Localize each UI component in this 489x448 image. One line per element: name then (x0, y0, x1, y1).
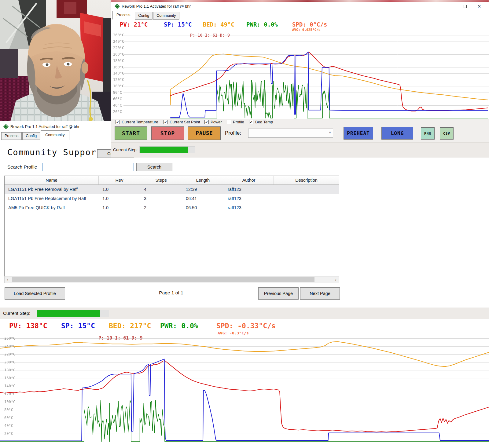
process-tab-bar: Process Config Community (112, 11, 180, 20)
cell-rev: 1.0 (99, 187, 140, 192)
checkbox-label: Current Set Point (170, 120, 200, 124)
cell-name: AM5 Pb Free QUICK by Raff (5, 205, 99, 210)
process-window: Rework Pro 1.1 Activated for raff @ bhr … (111, 2, 489, 158)
tab-process[interactable]: Process (1, 132, 22, 140)
csv-export-button[interactable]: CSV (440, 127, 454, 140)
minimize-button[interactable]: – (444, 2, 458, 11)
png-export-button[interactable]: PNG (421, 127, 435, 140)
table-horizontal-scrollbar[interactable]: ‹ › (4, 276, 339, 283)
window-title: Rework Pro 1.1 Activated for raff @ bhr (10, 124, 79, 129)
scroll-right-icon[interactable]: › (333, 276, 339, 282)
col-rev[interactable]: Rev (99, 176, 140, 184)
cell-author: raff123 (224, 205, 274, 210)
pause-button[interactable]: PAUSE (188, 126, 221, 140)
cell-length: 06:41 (182, 196, 224, 201)
checkmark-icon: ✓ (249, 120, 253, 124)
checkbox-power[interactable]: ✓ Power (204, 120, 222, 124)
cell-steps: 4 (140, 187, 182, 192)
stop-button[interactable]: STOP (151, 126, 184, 140)
cell-rev: 1.0 (99, 196, 140, 201)
bottom-panel: Current Step: PV: 138°C SP: 15°C BED: 21… (0, 308, 489, 448)
cell-length: 06:50 (182, 205, 224, 210)
profile-combobox[interactable]: ˅ (248, 129, 333, 138)
table-row[interactable]: LGA1151 Pb Free Replacement by Raff 1.0 … (5, 194, 339, 203)
checkbox-current-temperature[interactable]: ✓ Current Temperature (116, 120, 158, 124)
search-button[interactable]: Search (136, 163, 172, 171)
checkbox-current-set-point[interactable]: ✓ Current Set Point (164, 120, 200, 124)
profile-label: Profile: (225, 130, 241, 136)
series-checkbox-row: ✓ Current Temperature ✓ Current Set Poin… (111, 119, 489, 125)
page-indicator: Page 1 of 1 (141, 290, 202, 296)
checkbox-label: Power (211, 120, 222, 124)
tab-community[interactable]: Community (153, 12, 179, 20)
col-author[interactable]: Author (224, 176, 274, 184)
tab-config[interactable]: Config (135, 12, 153, 20)
bottom-chart-area: PV: 138°C SP: 15°C BED: 217°C PWR: 0.0% … (0, 319, 489, 448)
maximize-icon (464, 5, 467, 8)
progress-fill (140, 147, 188, 153)
previous-page-button[interactable]: Previous Page (258, 287, 299, 300)
tab-community[interactable]: Community (41, 130, 69, 140)
cell-author: raff123 (224, 196, 274, 201)
window-title: Rework Pro 1.1 Activated for raff @ bhr (122, 4, 191, 9)
checkmark-icon: ✓ (116, 120, 120, 124)
start-button[interactable]: START (115, 126, 147, 140)
process-chart-bottom (0, 335, 489, 448)
webcam-video (0, 0, 111, 121)
search-profile-label: Search Profile (7, 164, 37, 170)
readout-row: PV: 21°C SP: 15°C BED: 49°C PWR: 0.0% SP… (111, 19, 489, 31)
load-selected-profile-button[interactable]: Load Selected Profile (5, 287, 65, 300)
close-button[interactable]: ✕ (472, 2, 486, 11)
app-logo-icon (3, 124, 9, 129)
profile-table-header: Name Rev Steps Length Author Description (5, 176, 339, 185)
scroll-left-icon[interactable]: ‹ (5, 276, 11, 282)
col-length[interactable]: Length (182, 176, 224, 184)
col-description[interactable]: Description (274, 176, 339, 184)
cell-name: LGA1151 Pb Free Replacement by Raff (5, 196, 99, 201)
process-chart-top (111, 31, 489, 119)
checkbox-label: Bed Temp (255, 120, 273, 124)
pwr-readout: PWR: 0.0% (160, 322, 198, 330)
webcam-scene (0, 0, 111, 121)
process-titlebar[interactable]: Rework Pro 1.1 Activated for raff @ bhr … (111, 2, 489, 11)
checkbox-bed-temp[interactable]: ✓ Bed Temp (249, 120, 273, 124)
col-name[interactable]: Name (5, 176, 99, 184)
pv-readout: PV: 21°C (120, 21, 148, 28)
scrollbar-thumb[interactable] (12, 277, 314, 282)
process-chart-bottom-wrap: P: 10 I: 61 D: 9 (0, 335, 489, 448)
current-step-progressbar (139, 146, 195, 153)
table-row[interactable]: LGA1151 Pb Free Removal by Raff 1.0 4 12… (5, 185, 339, 194)
checkmark-icon: ✓ (164, 120, 168, 124)
current-step-label: Current Step: (113, 148, 138, 152)
current-step-strip: Current Step: (0, 308, 489, 319)
pid-readout: P: 10 I: 61 D: 9 (98, 335, 143, 341)
control-button-row: START STOP PAUSE Profile: ˅ PREHEAT LONG… (111, 125, 489, 142)
table-row[interactable]: AM5 Pb Free QUICK by Raff 1.0 2 06:50 ra… (5, 203, 339, 212)
search-profile-input[interactable] (42, 163, 134, 171)
community-support-heading: Community Support (7, 148, 102, 157)
checkmark-icon: ✓ (204, 120, 209, 124)
tab-process[interactable]: Process (112, 11, 134, 20)
bed-readout: BED: 217°C (109, 322, 151, 330)
cell-rev: 1.0 (99, 205, 140, 210)
chevron-down-icon: ˅ (329, 131, 331, 134)
col-steps[interactable]: Steps (140, 176, 182, 184)
cell-name: LGA1151 Pb Free Removal by Raff (5, 187, 99, 192)
community-tab-bar: Process Config Community (1, 130, 70, 140)
cell-author: raff123 (224, 187, 274, 192)
sp-readout: SP: 15°C (164, 21, 192, 28)
sp-readout: SP: 15°C (61, 322, 95, 330)
pv-readout: PV: 138°C (9, 322, 47, 330)
bed-readout: BED: 49°C (203, 21, 234, 28)
next-page-button[interactable]: Next Page (300, 287, 340, 300)
progress-fill (37, 310, 100, 317)
cell-steps: 3 (140, 196, 182, 201)
long-button[interactable]: LONG (381, 127, 413, 140)
preheat-button[interactable]: PREHEAT (344, 127, 373, 140)
pid-readout: P: 10 I: 61 D: 9 (190, 33, 230, 38)
maximize-button[interactable] (458, 2, 472, 11)
profile-table: Name Rev Steps Length Author Description… (4, 176, 339, 276)
checkbox-label: Current Temperature (122, 120, 158, 124)
tab-config[interactable]: Config (22, 132, 40, 140)
checkbox-profile[interactable]: Profile (227, 120, 244, 124)
